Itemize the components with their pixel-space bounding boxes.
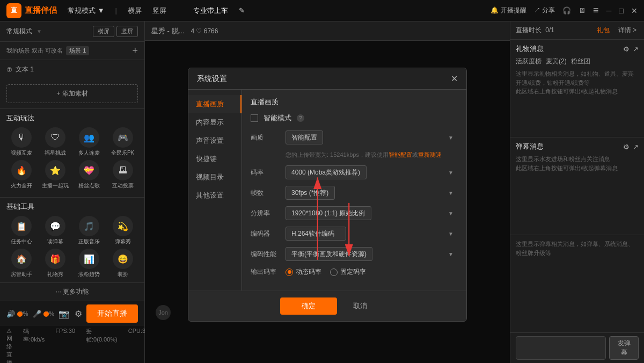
settings-icon[interactable]: ⚙ — [75, 309, 82, 319]
sidebar-top: 常规模式 ▼ 横屏 竖屏 — [0, 21, 144, 42]
bitrate-select-arrow: ▼ — [448, 170, 453, 176]
center-header: 星秀 - 脱... 4 ♡ 6766 — [145, 21, 510, 41]
interactive-grid: 🎙 视频互麦 🛡 福星挑战 👥 多人连麦 🎮 全民乐PK 🔥 火力 — [6, 127, 138, 190]
center-content: Jon 系统设置 ✕ 直播画质 内容显示 声音设置 快捷键 — [145, 41, 510, 363]
status-bar: ⚠ 网络直播前规范 码率:0kb/s FPS:30 丢帧:0(0.00%) CP… — [0, 326, 144, 363]
interactive-item-2[interactable]: 👥 多人连麦 — [74, 127, 105, 157]
min-btn[interactable]: ─ — [606, 6, 612, 15]
encoder-select[interactable]: H.264软件编码 H.265软件编码 NVENC硬件编码 — [286, 227, 346, 241]
modal-footer: 确定 取消 — [188, 291, 466, 321]
interactive-section: 互动玩法 🎙 视频互麦 🛡 福星挑战 👥 多人连麦 🎮 全民乐PK — [0, 108, 144, 197]
mode-selector[interactable]: 常规模式 ▼ — [68, 6, 105, 16]
headphone-icon[interactable]: 🎧 — [562, 6, 571, 14]
landscape-btn[interactable]: 横屏 — [128, 6, 142, 16]
confirm-btn[interactable]: 确定 — [280, 297, 337, 315]
top-bar: 直 直播伴侣 常规模式 ▼ | 横屏 竖屏 专业带上车 ✎ 🔔 开播提醒 ↗ 分… — [0, 0, 644, 21]
nav-item-other[interactable]: 其他设置 — [188, 186, 241, 205]
interactive-item-3[interactable]: 🎮 全民乐PK — [107, 127, 138, 157]
landscape-mode-btn[interactable]: 横屏 — [93, 26, 114, 37]
bullet-settings-icon[interactable]: ⚙ — [623, 143, 630, 151]
quality-select-wrapper: 智能配置 高清 超清 蓝光 ▼ — [286, 130, 458, 144]
close-btn[interactable]: ✕ — [631, 6, 638, 15]
enc-perf-select-wrapper: 平衡(平衡画质和硬件资源) 质量优先 性能优先 ▼ — [286, 247, 458, 261]
nav-item-shortcuts[interactable]: 快捷键 — [188, 150, 241, 168]
max-btn[interactable]: □ — [619, 6, 624, 15]
more-features-btn[interactable]: ··· 更多功能 — [0, 282, 144, 301]
bullet-expand-icon[interactable]: ↗ — [633, 143, 639, 151]
menu-icon[interactable]: ≡ — [593, 5, 599, 16]
volume-slider-group: 🔊 0% — [6, 310, 28, 318]
volume-slider[interactable] — [17, 313, 18, 315]
modal-close-btn[interactable]: ✕ — [451, 74, 458, 84]
scene-bar: 我的场景 双击 可改名 场景 1 + — [0, 42, 144, 60]
share-btn[interactable]: ↗ 分享 — [534, 6, 555, 15]
bullet-input[interactable] — [516, 336, 606, 360]
modal-title: 系统设置 — [197, 74, 227, 84]
enc-perf-row: 编码性能 平衡(平衡画质和硬件资源) 质量优先 性能优先 ▼ — [251, 247, 458, 261]
interactive-item-5[interactable]: ⭐ 主播一起玩 — [40, 160, 71, 190]
cancel-btn[interactable]: 取消 — [346, 297, 375, 315]
start-live-btn[interactable]: 开始直播 — [86, 304, 138, 323]
add-scene-btn[interactable]: + — [132, 45, 138, 56]
bullet-section-header: 弹幕消息 ⚙ ↗ — [516, 142, 639, 151]
portrait-btn[interactable]: 竖屏 — [152, 6, 166, 16]
smart-config-link[interactable]: 智能配置 — [389, 151, 412, 158]
tool-item-0[interactable]: 📋 任务中心 — [6, 216, 37, 245]
crown-label[interactable]: 麦宾(2) — [546, 57, 567, 66]
tool-item-7[interactable]: 😄 装扮 — [107, 249, 138, 278]
tab-star[interactable]: 星秀 - 脱... — [151, 24, 184, 38]
nav-item-videos[interactable]: 视频目录 — [188, 168, 241, 186]
fan-label[interactable]: 粉丝团 — [571, 57, 590, 66]
bitrate-select[interactable]: 4000 (Moba类游戏推荐) 2000 6000 8000 — [286, 165, 367, 179]
active-label[interactable]: 活跃度榜 — [516, 57, 541, 66]
dynamic-bitrate-option[interactable]: 动态码率 — [286, 267, 321, 277]
mic-slider[interactable] — [43, 313, 44, 315]
enc-perf-select[interactable]: 平衡(平衡画质和硬件资源) 质量优先 性能优先 — [286, 247, 372, 261]
tool-item-1[interactable]: 💬 读弹幕 — [40, 216, 71, 245]
interactive-item-7[interactable]: 🗳 互动投票 — [107, 160, 138, 190]
monitor-icon[interactable]: 🖥 — [579, 6, 586, 14]
gift-tab[interactable]: 礼包 — [595, 25, 612, 36]
dynamic-radio-dot — [286, 268, 293, 276]
nav-item-audio[interactable]: 声音设置 — [188, 132, 241, 150]
detail-tab[interactable]: 详情 > — [616, 25, 639, 36]
screen-mode-btns: 横屏 竖屏 — [93, 26, 138, 37]
cam-icon[interactable]: 📷 — [58, 309, 69, 319]
alert-btn[interactable]: 🔔 开播提醒 — [491, 6, 526, 15]
scene-name[interactable]: 场景 1 — [66, 46, 89, 55]
output-bitrate-row: 输出码率 动态码率 固定码率 — [251, 267, 458, 277]
add-material-btn[interactable]: + 添加素材 — [6, 84, 138, 103]
tool-item-3[interactable]: 💫 弹幕秀 — [107, 216, 138, 245]
pro-tab[interactable]: 专业带上车 — [193, 6, 228, 16]
right-tabs: 礼包 详情 > — [595, 25, 639, 36]
tools-title: 基础工具 — [6, 202, 138, 212]
interactive-item-0[interactable]: 🎙 视频互麦 — [6, 127, 37, 157]
gift-settings-icon[interactable]: ⚙ — [623, 45, 630, 53]
send-bullet-btn[interactable]: 发弹幕 — [609, 336, 639, 360]
nav-item-content[interactable]: 内容显示 — [188, 113, 241, 132]
tool-item-5[interactable]: 🎁 礼物秀 — [40, 249, 71, 278]
nav-item-quality[interactable]: 直播画质 — [188, 95, 241, 113]
tool-item-4[interactable]: 🏠 房管助手 — [6, 249, 37, 278]
bitrate-label: 码率 — [251, 168, 280, 177]
fixed-radio-dot — [330, 268, 338, 276]
bullet-input-area: 发弹幕 — [510, 333, 644, 363]
tool-item-2[interactable]: 🎵 正版音乐 — [74, 216, 105, 245]
fps-select[interactable]: 30fps (*推荐) 60fps — [286, 186, 335, 200]
gift-expand-icon[interactable]: ↗ — [633, 45, 639, 53]
retest-link[interactable]: 重新测速 — [418, 151, 442, 158]
encoder-select-arrow: ▼ — [448, 231, 453, 237]
smart-mode-help-icon[interactable]: ? — [297, 114, 304, 122]
tool-item-6[interactable]: 📊 涨粉趋势 — [74, 249, 105, 278]
interactive-item-4[interactable]: 🔥 火力全开 — [6, 160, 37, 190]
resolution-select[interactable]: 1920*1080 (1:1) 原始比例 1280*720 — [286, 206, 371, 220]
interactive-item-6[interactable]: 💝 粉丝点歌 — [74, 160, 105, 190]
smart-mode-checkbox[interactable] — [251, 114, 258, 122]
interactive-item-1[interactable]: 🛡 福星挑战 — [40, 127, 71, 157]
fixed-bitrate-option[interactable]: 固定码率 — [330, 267, 366, 277]
edit-icon[interactable]: ✎ — [239, 6, 245, 14]
source-list: ⑦ 文本 1 — [0, 60, 144, 79]
portrait-mode-btn[interactable]: 竖屏 — [116, 26, 138, 37]
quality-select[interactable]: 智能配置 高清 超清 蓝光 — [286, 130, 323, 144]
bitrate-row: 码率 4000 (Moba类游戏推荐) 2000 6000 8000 ▼ — [251, 165, 458, 179]
